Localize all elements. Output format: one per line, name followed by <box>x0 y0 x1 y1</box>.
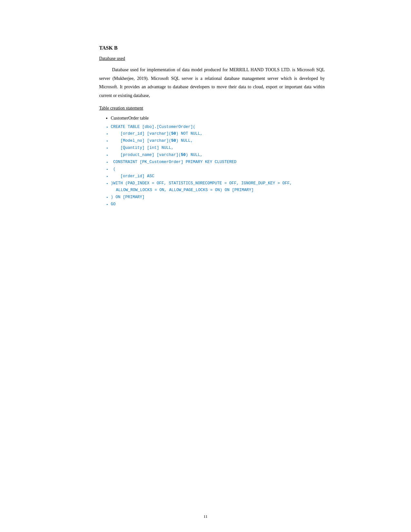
paragraph1: Database used for implementation of data… <box>99 66 325 100</box>
code-line-2: [order_id] [varchar](50) NOT NULL, <box>111 131 325 138</box>
code-line-7: ( <box>111 166 325 173</box>
code-line-3: [Model_no] [varchar](50) NULL, <box>111 138 325 145</box>
page-number: 11 <box>203 514 208 519</box>
code-line-6: CONSTRAINT [PK_CustomerOrder] PRIMARY KE… <box>111 159 325 166</box>
code-line-10: ) ON [PRIMARY] <box>111 194 325 201</box>
task-heading: TASK B <box>99 45 325 51</box>
list-item-1: CustomerOrder table <box>111 114 325 122</box>
code-continuation-1: ALLOW_ROW_LOCKS = ON, ALLOW_PAGE_LOCKS =… <box>99 187 325 194</box>
code-line-1: CREATE TABLE [dbo].[CustomerOrder]( <box>111 124 325 131</box>
page-container: TASK B Database used Database used for i… <box>67 0 344 532</box>
code-line-4: [Quantity] [int] NULL, <box>111 145 325 152</box>
section2-label: Table creation statement <box>99 106 325 111</box>
code-line-11: GO <box>111 201 325 208</box>
section1-label: Database used <box>99 56 325 61</box>
code-line-8: [order_id] ASC <box>111 173 325 180</box>
code-list-2: ) ON [PRIMARY] GO <box>99 194 325 208</box>
code-list: CREATE TABLE [dbo].[CustomerOrder]( [ord… <box>99 124 325 187</box>
code-line-9: )WITH (PAD_INDEX = OFF, STATISTICS_NOREC… <box>111 180 325 187</box>
code-line-5: [product_name] [varchar](50) NULL, <box>111 152 325 159</box>
bullet-list: CustomerOrder table <box>99 114 325 122</box>
